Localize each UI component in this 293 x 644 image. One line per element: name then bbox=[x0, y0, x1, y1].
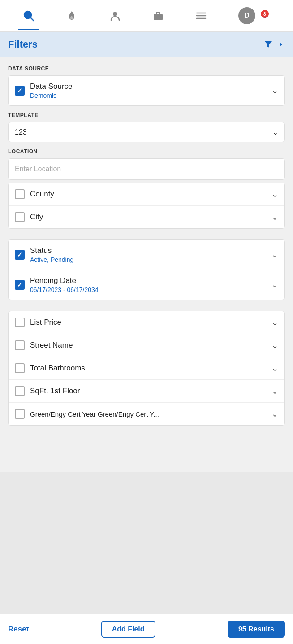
sqft-label-text: SqFt. 1st Floor bbox=[30, 387, 268, 396]
pending-date-checkbox[interactable] bbox=[15, 280, 25, 290]
data-source-sub: Demomls bbox=[30, 92, 268, 99]
bottom-bar: Reset Add Field 95 Results bbox=[0, 614, 293, 644]
data-source-label-area: Data Source Demomls bbox=[30, 82, 268, 99]
list-price-label-area: List Price bbox=[30, 318, 268, 327]
more-filters-card: List Price ⌄ Street Name ⌄ Total Bathroo… bbox=[8, 311, 285, 426]
green-engy-label-area: Green/Engy Cert Year Green/Engy Cert Y..… bbox=[30, 410, 268, 418]
nav-menu[interactable] bbox=[190, 7, 212, 25]
street-name-label-area: Street Name bbox=[30, 341, 268, 350]
status-label-area: Status Active, Pending bbox=[30, 246, 268, 263]
filters-title: Filters bbox=[8, 39, 38, 50]
sqft-checkbox[interactable] bbox=[15, 386, 25, 396]
city-label-text: City bbox=[30, 213, 268, 222]
list-price-row[interactable]: List Price ⌄ bbox=[9, 311, 284, 334]
city-row[interactable]: City ⌄ bbox=[9, 206, 284, 228]
top-nav: D 8 bbox=[0, 0, 293, 32]
total-bathrooms-label-text: Total Bathrooms bbox=[30, 364, 268, 373]
filters-header-actions[interactable] bbox=[263, 39, 285, 49]
pending-date-label-text: Pending Date bbox=[30, 276, 268, 285]
nav-briefcase[interactable] bbox=[147, 7, 169, 25]
pending-date-label-area: Pending Date 06/17/2023 - 06/17/2034 bbox=[30, 276, 268, 293]
data-source-card: Data Source Demomls ⌄ bbox=[8, 75, 285, 106]
svg-point-0 bbox=[24, 11, 31, 18]
pending-date-row[interactable]: Pending Date 06/17/2023 - 06/17/2034 ⌄ bbox=[9, 270, 284, 300]
green-engy-row[interactable]: Green/Engy Cert Year Green/Engy Cert Y..… bbox=[9, 403, 284, 425]
city-chevron[interactable]: ⌄ bbox=[271, 212, 278, 222]
status-pending-card: Status Active, Pending ⌄ Pending Date 06… bbox=[8, 239, 285, 300]
sqft-chevron[interactable]: ⌄ bbox=[271, 386, 278, 396]
reset-button[interactable]: Reset bbox=[8, 625, 29, 634]
avatar: D bbox=[238, 7, 255, 24]
add-field-button[interactable]: Add Field bbox=[101, 621, 155, 638]
data-source-section-label: DATA SOURCE bbox=[8, 65, 285, 72]
location-section: County ⌄ City ⌄ bbox=[8, 158, 285, 229]
location-input-wrapper[interactable] bbox=[8, 158, 285, 180]
total-bathrooms-checkbox[interactable] bbox=[15, 363, 25, 373]
county-checkbox[interactable] bbox=[15, 189, 25, 199]
green-engy-checkbox[interactable] bbox=[15, 409, 25, 419]
total-bathrooms-row[interactable]: Total Bathrooms ⌄ bbox=[9, 357, 284, 380]
notification-bell[interactable]: 8 bbox=[259, 9, 271, 22]
data-source-row[interactable]: Data Source Demomls ⌄ bbox=[9, 76, 284, 105]
list-price-checkbox[interactable] bbox=[15, 318, 25, 327]
nav-fire[interactable] bbox=[61, 7, 82, 25]
city-label-area: City bbox=[30, 213, 268, 222]
sqft-label-area: SqFt. 1st Floor bbox=[30, 387, 268, 396]
data-source-label-text: Data Source bbox=[30, 82, 268, 91]
sqft-row[interactable]: SqFt. 1st Floor ⌄ bbox=[9, 380, 284, 403]
svg-point-2 bbox=[113, 12, 117, 16]
city-checkbox[interactable] bbox=[15, 212, 25, 222]
list-price-chevron[interactable]: ⌄ bbox=[271, 318, 278, 327]
data-source-checkbox[interactable] bbox=[15, 86, 25, 96]
results-button[interactable]: 95 Results bbox=[228, 621, 285, 638]
data-source-chevron[interactable]: ⌄ bbox=[271, 86, 278, 96]
county-label-area: County bbox=[30, 190, 268, 199]
status-chevron[interactable]: ⌄ bbox=[271, 250, 278, 260]
template-chevron[interactable]: ⌄ bbox=[272, 128, 278, 136]
filters-header: Filters bbox=[0, 32, 293, 57]
status-row[interactable]: Status Active, Pending ⌄ bbox=[9, 240, 284, 270]
county-label-text: County bbox=[30, 190, 268, 199]
collapse-icon[interactable] bbox=[276, 40, 285, 49]
main-content: DATA SOURCE Data Source Demomls ⌄ TEMPLA… bbox=[0, 57, 293, 472]
street-name-row[interactable]: Street Name ⌄ bbox=[9, 334, 284, 357]
status-label-text: Status bbox=[30, 246, 268, 255]
location-filters-card: County ⌄ City ⌄ bbox=[8, 183, 285, 229]
filter-icon[interactable] bbox=[263, 39, 273, 49]
green-engy-chevron[interactable]: ⌄ bbox=[271, 409, 278, 419]
street-name-chevron[interactable]: ⌄ bbox=[271, 340, 278, 350]
nav-person[interactable] bbox=[104, 7, 126, 25]
pending-date-sub: 06/17/2023 - 06/17/2034 bbox=[30, 286, 268, 293]
svg-line-1 bbox=[31, 18, 34, 21]
template-section-label: TEMPLATE bbox=[8, 112, 285, 118]
template-select-row[interactable]: 123 ⌄ bbox=[8, 122, 285, 142]
county-chevron[interactable]: ⌄ bbox=[271, 189, 278, 199]
status-sub: Active, Pending bbox=[30, 256, 268, 263]
street-name-checkbox[interactable] bbox=[15, 340, 25, 350]
list-price-label-text: List Price bbox=[30, 318, 268, 327]
county-row[interactable]: County ⌄ bbox=[9, 183, 284, 206]
location-section-label: LOCATION bbox=[8, 148, 285, 155]
nav-search[interactable] bbox=[18, 7, 39, 25]
notification-count: 8 bbox=[261, 10, 269, 18]
template-value: 123 bbox=[15, 128, 27, 136]
nav-avatar-area[interactable]: D 8 bbox=[234, 4, 275, 27]
status-checkbox[interactable] bbox=[15, 250, 25, 260]
green-engy-label-text: Green/Engy Cert Year Green/Engy Cert Y..… bbox=[30, 410, 268, 418]
street-name-label-text: Street Name bbox=[30, 341, 268, 350]
pending-date-chevron[interactable]: ⌄ bbox=[271, 280, 278, 290]
total-bathrooms-chevron[interactable]: ⌄ bbox=[271, 363, 278, 373]
location-input[interactable] bbox=[15, 165, 278, 173]
total-bathrooms-label-area: Total Bathrooms bbox=[30, 364, 268, 373]
